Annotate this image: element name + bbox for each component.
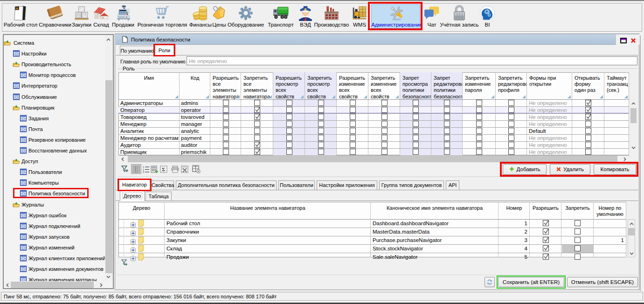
svg-text:3: 3	[143, 171, 144, 173]
svg-text:Σ: Σ	[162, 166, 165, 172]
